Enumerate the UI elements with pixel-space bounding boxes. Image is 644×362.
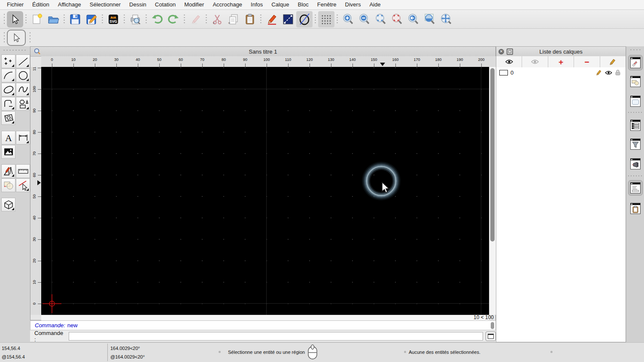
measure-tool-button[interactable] (16, 164, 30, 178)
dock-view-list-button[interactable] (628, 118, 643, 133)
v-ruler-label: 60 (32, 173, 36, 177)
paste-button[interactable] (242, 11, 258, 27)
line-tool-button[interactable] (16, 54, 30, 68)
menu-cotation[interactable]: Cotation (151, 0, 180, 9)
save-as-button[interactable] (83, 11, 100, 27)
undo-icon (151, 13, 164, 25)
menu-dessin[interactable]: Dessin (125, 0, 151, 9)
block-tool-button[interactable] (1, 198, 15, 211)
menu-divers[interactable]: Divers (341, 0, 365, 9)
remove-layer-button[interactable]: − (574, 56, 600, 67)
zoom-select-button[interactable] (389, 11, 405, 27)
hatch-tool-button[interactable] (1, 111, 15, 125)
float-panel-icon[interactable] (507, 48, 513, 55)
order-tool-button[interactable] (1, 178, 15, 192)
selection-pointer-button[interactable] (7, 30, 26, 46)
layer-row[interactable]: 0 (496, 67, 626, 78)
menu-calque[interactable]: Calque (267, 0, 293, 9)
toolbar-handle[interactable] (29, 31, 31, 44)
arc-tool-button[interactable] (1, 69, 15, 82)
eye-icon (505, 59, 513, 64)
menu-infos[interactable]: Infos (246, 0, 267, 9)
show-all-layers-button[interactable] (496, 56, 522, 67)
dimension-tool-button[interactable] (16, 131, 30, 145)
polyline-tool-button[interactable] (1, 97, 15, 111)
dock-library-browser-button[interactable] (628, 94, 643, 109)
toolbar-handle[interactable] (3, 31, 5, 44)
menu-modifier[interactable]: Modifier (180, 0, 208, 9)
menu-edition[interactable]: Édition (28, 0, 54, 9)
menu-fichier[interactable]: Fichier (3, 0, 28, 9)
cursor-arrow-icon (9, 14, 21, 25)
grid-toggle-button[interactable] (318, 11, 334, 27)
undo-button[interactable] (149, 11, 165, 27)
add-layer-button[interactable]: + (548, 56, 574, 67)
layer-edit-pencil-icon[interactable] (596, 69, 602, 75)
dock-command-line-button[interactable] (628, 180, 643, 196)
zoom-out-button[interactable] (356, 11, 373, 27)
zoom-previous-button[interactable] (405, 11, 422, 27)
zoom-auto-button[interactable] (373, 11, 389, 27)
menu-selectionner[interactable]: Sélectionner (85, 0, 125, 9)
menu-accrochage[interactable]: Accrochage (208, 0, 246, 9)
open-button[interactable] (45, 11, 61, 27)
dock-block-list-button[interactable] (628, 74, 643, 89)
pen-button[interactable] (264, 11, 280, 27)
dock-handle[interactable] (629, 49, 641, 51)
kill-all-actions-button[interactable] (187, 11, 204, 27)
menu-aide[interactable]: Aide (365, 0, 385, 9)
ellipse-tool-button[interactable] (1, 83, 15, 97)
dock-layer-list-button[interactable] (628, 55, 643, 70)
cut-button[interactable]: + (209, 11, 225, 27)
circle-attributes-button[interactable] (296, 11, 313, 27)
line-attributes-button[interactable] (280, 11, 296, 27)
export-svg-button[interactable]: SVG (105, 11, 122, 27)
layer-visibility-checkbox[interactable] (499, 70, 508, 75)
menu-fenetre[interactable]: Fenêtre (313, 0, 341, 9)
hide-all-layers-button[interactable] (522, 56, 548, 67)
dock-clipboard-button[interactable] (628, 201, 643, 216)
select-tool-button[interactable] (7, 11, 23, 27)
menu-affichage[interactable]: Affichage (54, 0, 85, 9)
dock-filter-button[interactable] (628, 136, 643, 152)
text-tool-button[interactable]: A (1, 131, 15, 145)
save-button[interactable] (67, 11, 83, 27)
h-ruler-tick (288, 63, 289, 67)
dock-pen-palette-button[interactable] (628, 156, 643, 172)
close-icon[interactable]: ✕ (498, 49, 504, 54)
vertical-scrollbar[interactable] (489, 67, 496, 315)
image-tool-button[interactable] (1, 145, 15, 159)
drawing-canvas[interactable] (41, 67, 489, 315)
horizontal-scrollbar[interactable] (41, 315, 489, 321)
layer-lock-icon[interactable] (615, 69, 620, 75)
document-title-bar[interactable]: Sans titre 1 (30, 47, 495, 57)
modify-tool-button[interactable] (1, 164, 15, 178)
polygon-tool-button[interactable] (16, 97, 30, 111)
print-preview-button[interactable] (127, 11, 143, 27)
new-document-button[interactable] (29, 11, 45, 27)
layer-visible-eye-icon[interactable] (605, 70, 612, 75)
edit-layer-button[interactable] (600, 56, 626, 67)
spline-tool-button[interactable] (16, 83, 30, 97)
circle-tool-button[interactable] (16, 69, 30, 82)
command-detach-button[interactable] (486, 332, 496, 341)
toolbar-handle[interactable] (3, 13, 5, 26)
cube-icon (3, 199, 14, 210)
select-entity-tool-button[interactable] (16, 178, 30, 192)
status-dot (550, 351, 553, 353)
zoom-pan-button[interactable] (438, 11, 454, 27)
command-history-scrollbar[interactable] (491, 322, 494, 329)
zoom-window-button[interactable] (422, 11, 438, 27)
command-input[interactable] (69, 332, 483, 341)
palette-handle[interactable] (3, 49, 27, 51)
copy-button[interactable]: + (225, 11, 242, 27)
arc-icon (3, 70, 14, 81)
menu-bloc[interactable]: Bloc (293, 0, 313, 9)
vertical-scrollbar-thumb[interactable] (490, 68, 495, 241)
points-tool-button[interactable] (1, 54, 15, 68)
action-hint: Sélectionne une entité ou une région (228, 350, 305, 355)
h-ruler-label: 110 (282, 57, 295, 62)
svg-text:+: + (228, 21, 230, 25)
zoom-in-button[interactable] (340, 11, 356, 27)
redo-button[interactable] (165, 11, 182, 27)
